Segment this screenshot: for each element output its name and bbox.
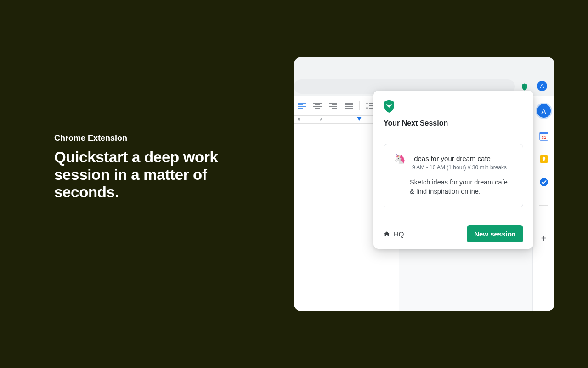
- ruler-indent-marker-icon[interactable]: [357, 117, 362, 121]
- session-card[interactable]: 🦄 Ideas for your dream cafe 9 AM - 10 AM…: [384, 144, 523, 207]
- toolbar-separator: [359, 101, 360, 110]
- session-time: 9 AM - 10 AM (1 hour) // 30 min breaks: [412, 164, 507, 171]
- marketing-block: Chrome Extension Quickstart a deep work …: [54, 133, 238, 201]
- avatar-letter: A: [541, 107, 546, 115]
- calendar-icon[interactable]: 31: [539, 132, 548, 141]
- new-session-button[interactable]: New session: [467, 225, 523, 242]
- svg-text:31: 31: [541, 135, 546, 140]
- marketing-headline: Quickstart a deep work session in a matt…: [54, 149, 238, 201]
- session-description: Sketch ideas for your dream cafe & find …: [410, 178, 513, 196]
- popup-title: Your Next Session: [384, 119, 523, 127]
- sidepanel-add-icon[interactable]: +: [541, 233, 547, 244]
- ruler-tick-5: 5: [298, 117, 300, 122]
- shield-logo-icon: [384, 100, 395, 111]
- align-right-icon[interactable]: [328, 101, 338, 111]
- align-center-icon[interactable]: [312, 101, 322, 111]
- svg-point-7: [542, 157, 545, 160]
- popup-header: Your Next Session: [373, 91, 533, 134]
- ruler-tick-6: 6: [320, 117, 322, 122]
- session-title: Ideas for your dream cafe: [412, 155, 507, 162]
- browser-tabstrip: [294, 57, 554, 79]
- svg-point-9: [540, 178, 548, 186]
- marketing-eyebrow: Chrome Extension: [54, 133, 238, 143]
- hq-label: HQ: [394, 230, 404, 238]
- extension-shield-icon[interactable]: [520, 83, 529, 91]
- profile-avatar-small[interactable]: A: [537, 81, 547, 91]
- avatar-letter: A: [540, 83, 544, 89]
- sidepanel-divider: [539, 205, 548, 206]
- extension-popup: Your Next Session 🦄 Ideas for your dream…: [373, 91, 533, 249]
- align-left-icon[interactable]: [297, 101, 307, 111]
- svg-rect-8: [543, 160, 544, 161]
- profile-avatar-large[interactable]: A: [537, 104, 551, 118]
- tasks-icon[interactable]: [539, 178, 548, 187]
- app-screenshot: A 5 6: [294, 57, 554, 311]
- popup-footer: HQ New session: [373, 218, 533, 249]
- hq-link[interactable]: HQ: [384, 230, 404, 238]
- svg-rect-4: [540, 132, 548, 134]
- docs-sidepanel: A 31 +: [532, 96, 554, 311]
- align-justify-icon[interactable]: [344, 101, 354, 111]
- home-icon: [384, 231, 390, 237]
- keep-icon[interactable]: [539, 155, 548, 164]
- session-emoji-icon: 🦄: [394, 154, 406, 171]
